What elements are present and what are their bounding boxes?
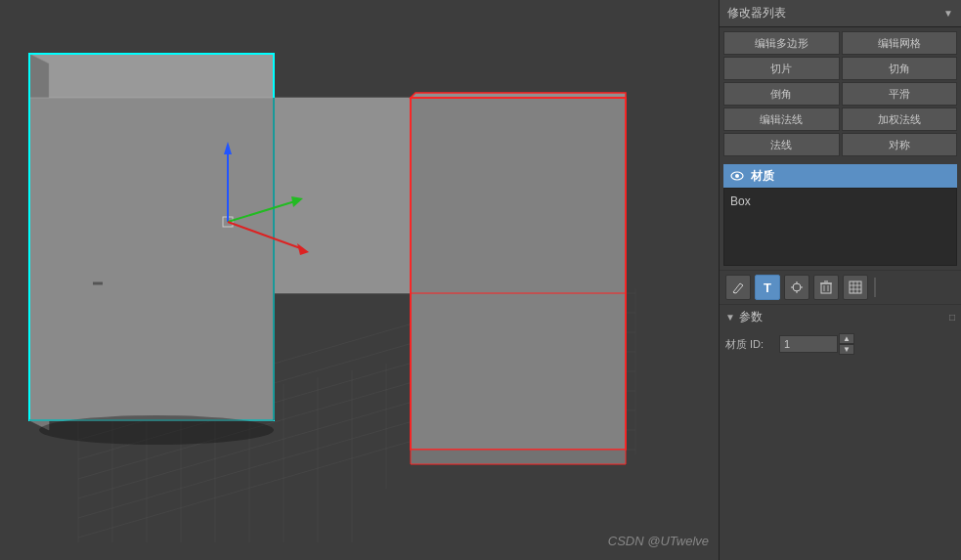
svg-rect-71	[821, 283, 831, 293]
material-id-row: 材质 ID: ▲ ▼	[725, 333, 955, 355]
material-list-body[interactable]: Box	[723, 188, 957, 266]
watermark: CSDN @UTwelve	[608, 534, 709, 548]
right-panel: 修改器列表 ▼ 编辑多边形 编辑网格 切片 切角 倒角 平滑 编辑法线 加权法线…	[719, 0, 961, 560]
btn-edit-mesh[interactable]: 编辑网格	[842, 31, 958, 55]
btn-symmetry[interactable]: 对称	[842, 133, 958, 156]
btn-slice[interactable]: 切片	[723, 57, 840, 80]
btn-weighted-normals[interactable]: 加权法线	[842, 108, 958, 131]
params-toggle-icon[interactable]: ▼	[725, 312, 735, 323]
svg-marker-47	[411, 450, 626, 464]
modifier-button-grid: 编辑多边形 编辑网格 切片 切角 倒角 平滑 编辑法线 加权法线 法线 对称	[720, 27, 961, 160]
svg-point-64	[735, 174, 739, 178]
btn-normals[interactable]: 法线	[723, 133, 840, 156]
material-id-spinner: ▲ ▼	[839, 333, 854, 355]
btn-edit-poly[interactable]: 编辑多边形	[723, 31, 840, 55]
material-item-box[interactable]: Box	[730, 193, 950, 210]
material-section: 材质 Box	[723, 164, 957, 266]
material-id-label: 材质 ID:	[725, 337, 779, 352]
svg-marker-45	[411, 98, 626, 450]
crosshair-tool-btn[interactable]	[784, 275, 809, 300]
btn-edit-normals[interactable]: 编辑法线	[723, 108, 840, 131]
svg-point-66	[793, 283, 801, 291]
panel-header[interactable]: 修改器列表 ▼	[720, 0, 961, 27]
material-list-title: 材质	[751, 168, 774, 185]
svg-marker-42	[274, 98, 411, 293]
3d-viewport[interactable]: CSDN @UTwelve	[0, 0, 719, 560]
material-list-header[interactable]: 材质	[723, 164, 957, 188]
toolbar-separator	[874, 278, 876, 297]
params-title: 参数	[739, 309, 763, 325]
btn-smooth[interactable]: 平滑	[842, 82, 958, 106]
visibility-icon[interactable]	[729, 168, 745, 184]
grid-tool-btn[interactable]	[843, 275, 868, 300]
delete-tool-btn[interactable]	[813, 275, 839, 300]
btn-bevel[interactable]: 倒角	[723, 82, 840, 106]
panel-dropdown-arrow: ▼	[943, 8, 953, 19]
panel-header-title: 修改器列表	[727, 5, 786, 22]
material-toolbar: T	[720, 270, 961, 304]
scene-svg	[0, 0, 719, 560]
params-expand-icon[interactable]: □	[949, 312, 955, 323]
params-header: ▼ 参数 □	[725, 309, 955, 325]
svg-marker-39	[29, 54, 274, 98]
material-id-up-btn[interactable]: ▲	[839, 333, 854, 344]
svg-rect-76	[850, 281, 861, 293]
params-section: ▼ 参数 □ 材质 ID: ▲ ▼	[720, 304, 961, 560]
pencil-tool-btn[interactable]	[725, 275, 751, 300]
svg-marker-41	[29, 98, 274, 420]
text-tool-btn[interactable]: T	[755, 275, 780, 300]
material-id-down-btn[interactable]: ▼	[839, 344, 854, 355]
btn-chamfer[interactable]: 切角	[842, 57, 958, 80]
material-id-input[interactable]	[779, 335, 838, 353]
